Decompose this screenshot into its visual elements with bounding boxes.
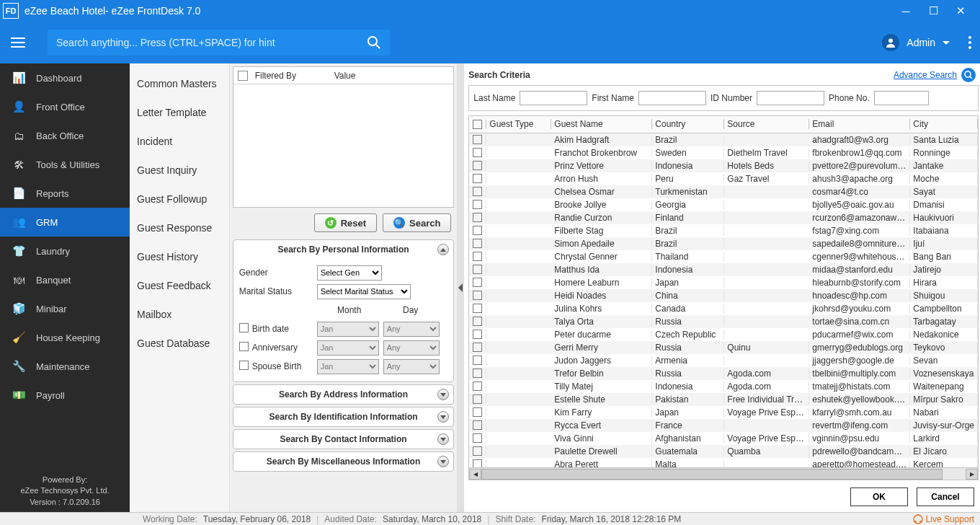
ok-button[interactable]: OK bbox=[850, 488, 908, 506]
minimize-button[interactable]: ─ bbox=[892, 0, 919, 22]
row-checkbox[interactable] bbox=[473, 330, 482, 339]
table-row[interactable]: Trefor BelbinRussiaAgoda.comtbelbini@mul… bbox=[469, 367, 978, 380]
table-row[interactable]: Julina KohrsCanadajkohrsd@youku.comCampb… bbox=[469, 302, 978, 315]
row-checkbox[interactable] bbox=[473, 394, 482, 404]
col-country[interactable]: Country bbox=[652, 119, 724, 129]
anniv-month-select[interactable]: Jan bbox=[317, 340, 379, 356]
reset-button[interactable]: ↺ Reset bbox=[314, 213, 377, 232]
subside-item-mailbox[interactable]: Mailbox bbox=[130, 300, 229, 329]
table-row[interactable]: Kim FarryJapanVoyage Prive Espan...kfarr… bbox=[469, 406, 978, 419]
row-checkbox[interactable] bbox=[473, 213, 482, 222]
acc-contact-header[interactable]: Search By Contact Information bbox=[233, 430, 454, 449]
table-row[interactable]: Prinz VettoreIndonesiaHotels Bedspvettor… bbox=[469, 159, 978, 172]
sidebar-item-payroll[interactable]: 💵Payroll bbox=[0, 381, 130, 410]
close-button[interactable]: ✕ bbox=[947, 0, 974, 22]
user-menu[interactable]: Admin bbox=[882, 34, 971, 51]
subside-item-incident[interactable]: Incident bbox=[130, 127, 229, 156]
table-row[interactable]: Judon JaggersArmeniajjaggersh@google.deS… bbox=[469, 354, 978, 367]
search-button[interactable]: 🔍 Search bbox=[383, 213, 451, 232]
menu-toggle-button[interactable] bbox=[0, 38, 36, 48]
row-checkbox[interactable] bbox=[473, 317, 482, 326]
table-row[interactable]: Franchot BrokenbrowSwedenDiethelm Travel… bbox=[469, 146, 978, 159]
table-row[interactable]: Gerri MerryRussiaQuinugmerryg@edublogs.o… bbox=[469, 341, 978, 354]
acc-identification-header[interactable]: Search By Identification Information bbox=[233, 407, 454, 426]
table-row[interactable]: Heidi NoadesChinahnoadesc@hp.comShuigou bbox=[469, 289, 978, 302]
anniv-checkbox[interactable] bbox=[239, 342, 249, 351]
subside-item-common-masters[interactable]: Common Masters bbox=[130, 69, 229, 98]
subside-item-guest-followup[interactable]: Guest Followup bbox=[130, 185, 229, 213]
row-checkbox[interactable] bbox=[473, 174, 482, 183]
row-checkbox[interactable] bbox=[473, 252, 482, 261]
global-search-input[interactable] bbox=[48, 30, 358, 56]
row-checkbox[interactable] bbox=[473, 381, 482, 391]
row-checkbox[interactable] bbox=[473, 278, 482, 287]
cancel-button[interactable]: Cancel bbox=[917, 488, 974, 506]
birth-checkbox[interactable] bbox=[239, 323, 249, 332]
table-row[interactable]: Tilly MatejIndonesiaAgoda.comtmatejj@his… bbox=[469, 380, 978, 393]
grid-select-all-checkbox[interactable] bbox=[473, 120, 482, 129]
table-row[interactable]: Homere LeaburnJapanhleaburnb@storify.com… bbox=[469, 276, 978, 289]
col-guest-type[interactable]: Guest Type bbox=[486, 119, 551, 129]
row-checkbox[interactable] bbox=[473, 459, 482, 467]
acc-address-header[interactable]: Search By Address Information bbox=[233, 385, 454, 404]
more-menu-button[interactable] bbox=[968, 36, 971, 49]
table-row[interactable]: Filberte StagBrazilfstag7@xing.comItabai… bbox=[469, 224, 978, 237]
sidebar-item-tools-utilities[interactable]: 🛠Tools & Utilities bbox=[0, 150, 130, 179]
table-row[interactable]: Rycca EvertFrancerevertm@ifeng.comJuvisy… bbox=[469, 419, 978, 432]
table-row[interactable]: Akim HadgraftBrazilahadgraft0@w3.orgSant… bbox=[469, 133, 978, 146]
table-row[interactable]: Paulette DrewellGuatemalaQuambapdrewello… bbox=[469, 445, 978, 458]
table-row[interactable]: Chelsea OsmarTurkmenistancosmar4@t.coSay… bbox=[469, 185, 978, 198]
row-checkbox[interactable] bbox=[473, 291, 482, 300]
live-support-button[interactable]: Live Support bbox=[913, 514, 974, 524]
gender-select[interactable]: Select Gen bbox=[317, 265, 382, 281]
scroll-left-icon[interactable]: ◂ bbox=[469, 469, 481, 480]
sidebar-item-dashboard[interactable]: 📊Dashboard bbox=[0, 63, 130, 92]
table-row[interactable]: Randie CurzonFinlandrcurzon6@amazonaws..… bbox=[469, 211, 978, 224]
sidebar-item-grm[interactable]: 👥GRM bbox=[0, 208, 130, 237]
row-checkbox[interactable] bbox=[473, 304, 482, 313]
spouse-month-select[interactable]: Jan bbox=[317, 359, 379, 374]
row-checkbox[interactable] bbox=[473, 369, 482, 378]
id-number-input[interactable] bbox=[757, 91, 824, 105]
subside-item-guest-database[interactable]: Guest Database bbox=[130, 329, 229, 358]
row-checkbox[interactable] bbox=[473, 226, 482, 235]
table-row[interactable]: Estelle ShutePakistanFree Individual Tra… bbox=[469, 393, 978, 406]
row-checkbox[interactable] bbox=[473, 433, 482, 443]
row-checkbox[interactable] bbox=[473, 187, 482, 196]
table-row[interactable]: Chrystal GennerThailandcgenner9@whitehou… bbox=[469, 250, 978, 263]
table-row[interactable]: Arron HushPeruGaz Travelahush3@apache.or… bbox=[469, 172, 978, 185]
table-row[interactable]: Talya OrtaRussiatortae@sina.com.cnTarbag… bbox=[469, 315, 978, 328]
search-criteria-button[interactable] bbox=[961, 68, 976, 82]
subside-item-guest-response[interactable]: Guest Response bbox=[130, 213, 229, 242]
birth-day-select[interactable]: Any bbox=[383, 322, 440, 337]
row-checkbox[interactable] bbox=[473, 161, 482, 170]
birth-month-select[interactable]: Jan bbox=[317, 322, 379, 337]
phone-no-input[interactable] bbox=[874, 91, 929, 105]
sidebar-item-laundry[interactable]: 👕Laundry bbox=[0, 237, 130, 265]
table-row[interactable]: Viva GinniAfghanistanVoyage Prive Espan.… bbox=[469, 432, 978, 445]
col-email[interactable]: Email bbox=[809, 119, 910, 129]
col-guest-name[interactable]: Guest Name bbox=[551, 119, 652, 129]
row-checkbox[interactable] bbox=[473, 265, 482, 274]
row-checkbox[interactable] bbox=[473, 446, 482, 456]
sidebar-item-front-office[interactable]: 👤Front Office bbox=[0, 92, 130, 121]
acc-misc-header[interactable]: Search By Miscellaneous Information bbox=[233, 452, 454, 471]
maximize-button[interactable]: ☐ bbox=[919, 0, 947, 22]
anniv-day-select[interactable]: Any bbox=[383, 340, 440, 356]
table-row[interactable]: Brooke JollyeGeorgiabjollye5@oaic.gov.au… bbox=[469, 198, 978, 211]
row-checkbox[interactable] bbox=[473, 135, 482, 144]
row-checkbox[interactable] bbox=[473, 239, 482, 248]
sidebar-item-banquet[interactable]: 🍽Banquet bbox=[0, 265, 130, 294]
advance-search-link[interactable]: Advance Search bbox=[894, 70, 957, 80]
row-checkbox[interactable] bbox=[473, 343, 482, 352]
subside-item-guest-inquiry[interactable]: Guest Inquiry bbox=[130, 156, 229, 185]
first-name-input[interactable] bbox=[638, 91, 706, 105]
scroll-right-icon[interactable]: ▸ bbox=[966, 469, 978, 480]
sidebar-item-maintenance[interactable]: 🔧Maintenance bbox=[0, 352, 130, 381]
spouse-checkbox[interactable] bbox=[239, 361, 249, 370]
sidebar-item-minibar[interactable]: 🧊Minibar bbox=[0, 294, 130, 323]
grid-horizontal-scrollbar[interactable]: ◂ ▸ bbox=[469, 467, 978, 480]
subside-item-letter-template[interactable]: Letter Template bbox=[130, 98, 229, 127]
table-row[interactable]: Abra PerettMaltaaperettp@homestead.comKe… bbox=[469, 458, 978, 467]
spouse-day-select[interactable]: Any bbox=[383, 359, 440, 374]
